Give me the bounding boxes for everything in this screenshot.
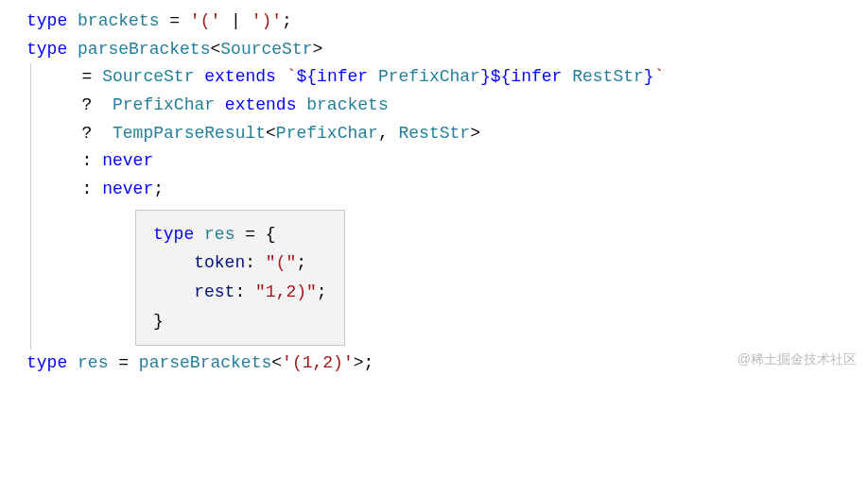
ternary-q: ? xyxy=(82,95,113,114)
keyword-type: type xyxy=(26,40,67,59)
equals: = xyxy=(159,11,189,30)
keyword-type: type xyxy=(153,225,194,244)
type-brackets: brackets xyxy=(306,95,388,114)
string-rest-val: "1,2)" xyxy=(255,282,317,301)
keyword-type: type xyxy=(26,11,67,30)
keyword-extends: extends xyxy=(215,95,306,114)
watermark-text: @稀土掘金技术社区 xyxy=(738,349,857,370)
equals: = xyxy=(82,67,103,86)
code-line-2[interactable]: type parseBrackets<SourceStr> xyxy=(26,36,868,64)
generic-prefixchar: PrefixChar xyxy=(378,67,480,86)
indent-block: = SourceStr extends `${infer PrefixChar}… xyxy=(30,63,868,350)
code-line-1[interactable]: type brackets = '(' | ')'; xyxy=(26,8,868,36)
template-dollar: ${ xyxy=(491,67,512,86)
colon: : xyxy=(234,282,255,301)
ternary-colon: : xyxy=(82,151,103,170)
keyword-extends: extends xyxy=(194,67,286,86)
tooltip-line-1: type res = { xyxy=(153,220,327,249)
string-token-val: "(" xyxy=(266,253,296,272)
type-brackets: brackets xyxy=(78,11,159,30)
semicolon: ; xyxy=(282,11,292,30)
space xyxy=(562,67,572,86)
equals-brace: = { xyxy=(234,225,275,244)
union-bar: | xyxy=(220,11,251,30)
tooltip-line-3: rest: "1,2)"; xyxy=(153,278,327,307)
type-parsebrackets: parseBrackets xyxy=(78,40,210,59)
tooltip-line-2: token: "("; xyxy=(153,248,327,278)
keyword-never: never xyxy=(102,179,153,198)
code-line-4[interactable]: ? PrefixChar extends brackets xyxy=(61,92,868,120)
semicolon: ; xyxy=(153,179,164,198)
generic-reststr: RestStr xyxy=(572,67,644,86)
string-literal-close: ')' xyxy=(252,11,282,30)
code-line-5[interactable]: ? TempParseResult<PrefixChar, RestStr> xyxy=(61,120,868,148)
angle-open: < xyxy=(266,124,276,143)
template-close: } xyxy=(644,67,654,86)
semicolon: ; xyxy=(296,253,306,272)
colon: : xyxy=(245,253,266,272)
template-dollar: ${ xyxy=(296,67,317,86)
generic-prefixchar: PrefixChar xyxy=(113,95,215,114)
generic-sourcestr: SourceStr xyxy=(220,40,312,59)
ternary-q: ? xyxy=(82,124,113,143)
angle-close: > xyxy=(470,124,480,143)
angle-close: > xyxy=(354,353,364,372)
generic-reststr: RestStr xyxy=(399,124,471,143)
type-tempparseresult: TempParseResult xyxy=(113,124,266,143)
keyword-never: never xyxy=(102,151,153,170)
equals: = xyxy=(108,353,138,372)
prop-token: token xyxy=(194,253,245,272)
tooltip-line-4: } xyxy=(153,307,327,336)
template-backtick: ` xyxy=(654,67,665,86)
generic-prefixchar: PrefixChar xyxy=(276,124,378,143)
string-arg: '(1,2)' xyxy=(282,353,354,372)
angle-open: < xyxy=(271,353,282,372)
type-res: res xyxy=(78,353,108,372)
code-line-7[interactable]: : never; xyxy=(61,176,868,204)
keyword-infer: infer xyxy=(317,67,368,86)
prop-rest: rest xyxy=(194,282,234,301)
space xyxy=(368,67,378,86)
template-close: } xyxy=(480,67,491,86)
code-line-6[interactable]: : never xyxy=(61,147,868,176)
string-literal-open: '(' xyxy=(190,11,220,30)
type-hint-tooltip: type res = { token: "("; rest: "1,2)"; } xyxy=(135,210,345,346)
keyword-infer: infer xyxy=(511,67,562,86)
close-brace: } xyxy=(153,312,164,331)
comma: , xyxy=(378,124,399,143)
semicolon: ; xyxy=(317,282,327,301)
generic-sourcestr: SourceStr xyxy=(102,67,194,86)
angle-close: > xyxy=(313,40,323,59)
ternary-colon: : xyxy=(82,179,103,198)
template-backtick: ` xyxy=(286,67,297,86)
keyword-type: type xyxy=(26,353,67,372)
type-res: res xyxy=(204,225,234,244)
semicolon: ; xyxy=(364,353,374,372)
angle-open: < xyxy=(210,40,220,59)
code-line-3[interactable]: = SourceStr extends `${infer PrefixChar}… xyxy=(61,63,868,92)
type-parsebrackets: parseBrackets xyxy=(139,353,271,372)
